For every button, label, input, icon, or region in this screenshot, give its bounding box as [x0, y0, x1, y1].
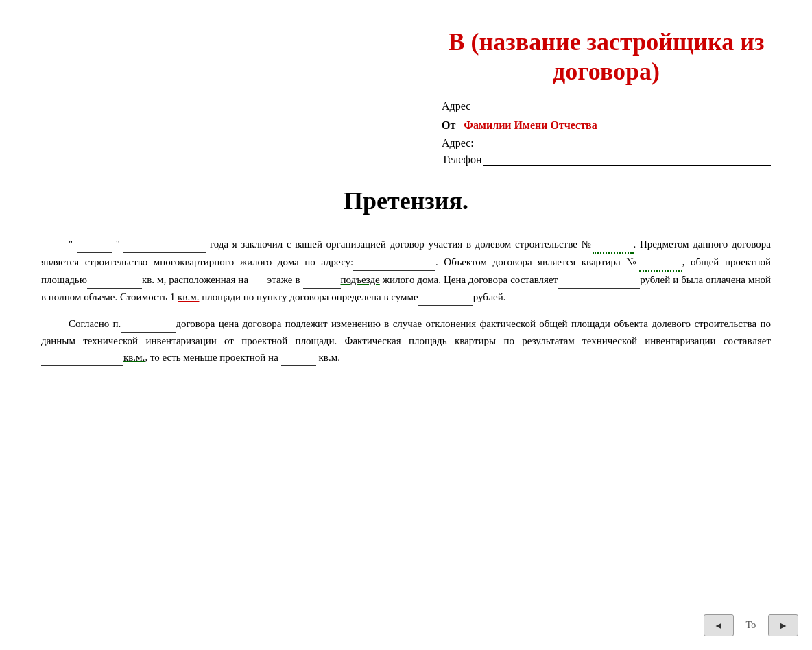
phone-label: Телефон [442, 154, 481, 166]
paragraph-1: " " года я заключил с вашей организацией… [41, 236, 771, 306]
contract-number [593, 236, 634, 254]
project-area [87, 272, 142, 289]
price-per-sqm [418, 289, 473, 306]
area-diff [281, 349, 316, 366]
address-from-line: Адрес: [442, 137, 771, 149]
month-field [123, 236, 206, 253]
from-line: От Фамилии Имени Отчества [442, 119, 771, 132]
day-field [77, 236, 112, 253]
building-address [353, 254, 435, 271]
apartment-number [639, 254, 682, 272]
clause-number [121, 315, 176, 333]
to-title: В (название застройщика из договора) [442, 27, 771, 86]
quote-open: " [69, 239, 73, 250]
address-from-underline [475, 137, 771, 149]
actual-area [41, 349, 123, 366]
phone-underline [483, 154, 771, 166]
from-label: От [442, 119, 455, 132]
address-line: Адрес [442, 100, 771, 112]
document-title-section: Претензия. [41, 186, 771, 215]
document-title: Претензия. [344, 187, 468, 215]
address-underline [473, 100, 771, 112]
prev-page-button[interactable]: ◄ [704, 614, 734, 636]
body-text: " " года я заключил с вашей организацией… [41, 236, 771, 366]
from-name: Фамилии Имени Отчества [464, 119, 597, 132]
entrance-word: подъезде [341, 274, 380, 285]
paragraph-2: Согласно п. договора цена договора подле… [41, 315, 771, 366]
page-navigation[interactable]: ◄ To ► [704, 614, 798, 636]
page-indicator: To [741, 614, 762, 636]
next-page-button[interactable]: ► [768, 614, 798, 636]
contract-price [558, 272, 640, 289]
address-from-label: Адрес: [442, 137, 474, 149]
phone-line: Телефон [442, 154, 771, 166]
sqm-label-2: кв.м. [123, 352, 145, 363]
header-section: В (название застройщика из договора) Адр… [41, 27, 771, 166]
address-label: Адрес [442, 100, 470, 112]
document-page: В (название застройщика из договора) Адр… [0, 0, 812, 650]
floor-number [303, 272, 341, 289]
sqm-label: кв.м. [178, 291, 199, 302]
quote-close: " [116, 239, 120, 250]
